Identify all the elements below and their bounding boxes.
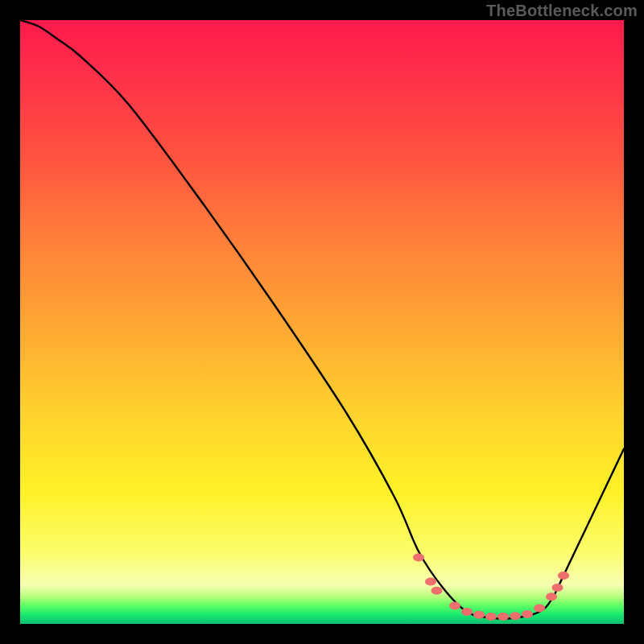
marker-dot — [534, 605, 545, 613]
marker-dot — [485, 613, 497, 621]
marker-dot — [431, 587, 443, 595]
marker-dot — [449, 602, 460, 610]
marker-dot — [413, 554, 424, 562]
marker-dot — [425, 578, 436, 586]
marker-dot — [473, 611, 485, 619]
marker-dot — [497, 613, 509, 621]
marker-dot — [461, 608, 473, 616]
marker-dot — [552, 584, 564, 592]
chart-frame: TheBottleneck.com — [0, 0, 644, 644]
marker-dot — [522, 610, 533, 618]
marker-dot — [510, 612, 521, 620]
marker-dot — [546, 592, 557, 601]
bottleneck-curve — [20, 20, 624, 618]
plot-area — [20, 20, 624, 624]
curve-layer — [20, 20, 624, 624]
watermark-text: TheBottleneck.com — [486, 2, 638, 20]
optimal-range-dots — [413, 554, 569, 621]
marker-dot — [558, 572, 569, 580]
